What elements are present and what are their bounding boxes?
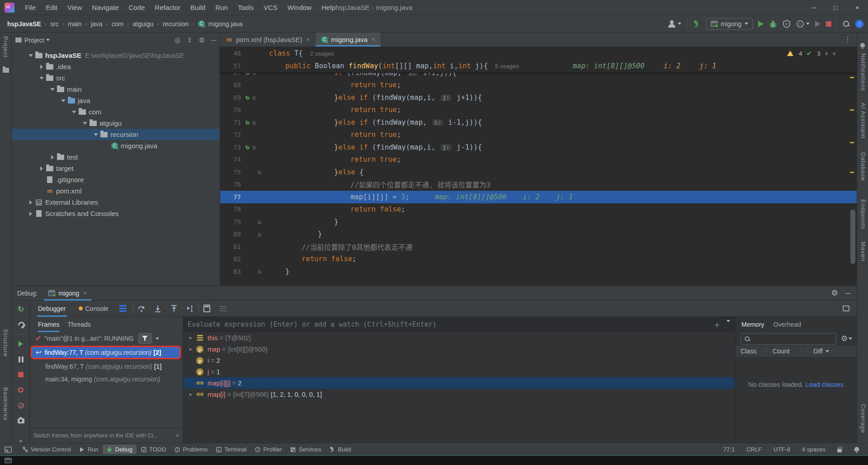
code-line[interactable]: 80⌂} [220, 228, 857, 241]
tree-item-src[interactable]: src [12, 72, 220, 84]
code-line[interactable]: 83⌂} [220, 265, 857, 278]
rerun-button[interactable]: ↻ [12, 302, 30, 316]
code-line[interactable]: 67↻⌂if (findWay(map, i: i+1,j)){ [220, 72, 857, 79]
maximize-button[interactable]: □ [825, 0, 846, 15]
collapse-all-icon[interactable]: ⇳ [187, 36, 193, 44]
tree-item-pomxml[interactable]: mpom.xml [12, 185, 220, 197]
stripe-structure[interactable]: Structure [2, 329, 9, 357]
variable-row-j[interactable]: pj = 1 [183, 366, 735, 377]
tab-memory[interactable]: Memory [741, 321, 764, 328]
code-line[interactable]: 81//当前位置除了0其他都代表走不通 [220, 240, 857, 253]
tab-debugger[interactable]: Debugger [33, 301, 71, 317]
breadcrumb-atguigu[interactable]: atguigu [132, 20, 155, 28]
code-line[interactable]: 69↻⌂}else if (findWay(map,i, j: j+1)){ [220, 91, 857, 104]
menu-view[interactable]: View [62, 0, 87, 15]
line-separator[interactable]: CRLF [746, 446, 762, 453]
tab-overhead[interactable]: Overhead [774, 321, 801, 328]
menu-run[interactable]: Run [210, 0, 233, 15]
tree-item-scratches[interactable]: Scratches and Consoles [12, 208, 220, 219]
notifications-bell-icon[interactable] [854, 446, 860, 453]
error-stripe-mark[interactable] [850, 77, 854, 78]
usages-hint[interactable]: 2 usages [310, 50, 334, 57]
gutter-marker-icon[interactable]: ⌂ [258, 219, 261, 225]
tree-item-com[interactable]: com [12, 106, 220, 117]
inspections-widget[interactable]: 4 ✔3 ∧ ∨ [787, 50, 836, 57]
tree-item-idea[interactable]: .idea [12, 61, 220, 72]
load-classes-link[interactable]: Load classes [805, 381, 844, 388]
column-class[interactable]: Class [735, 348, 767, 355]
gear-icon[interactable]: ⚙ [831, 289, 838, 297]
tree-item-migong[interactable]: Cmigong.java [12, 140, 220, 151]
caret-position[interactable]: 77:1 [723, 446, 735, 453]
run-disabled-button[interactable] [815, 21, 821, 27]
error-stripe-mark[interactable] [850, 142, 854, 143]
gutter-marker-icon[interactable]: ⌂ [252, 94, 256, 100]
thread-dump-button[interactable] [12, 414, 30, 427]
close-button[interactable]: × [846, 0, 868, 15]
read-only-lock-icon[interactable] [837, 449, 842, 452]
stripe-endpoints[interactable]: Endpoints [860, 199, 867, 230]
close-icon[interactable]: × [176, 432, 179, 439]
gutter-marker-icon[interactable]: ⌂ [252, 72, 256, 75]
next-issue-icon[interactable]: ∨ [832, 51, 836, 56]
status-debug[interactable]: Debug [103, 445, 137, 454]
column-diff[interactable]: Diff [807, 348, 829, 355]
breadcrumb-file[interactable]: migong.java [208, 20, 244, 28]
gutter-marker-icon[interactable]: ⌂ [258, 169, 261, 175]
breadcrumb-main[interactable]: main [67, 20, 82, 28]
tree-item-java[interactable]: java [12, 95, 220, 106]
gutter-marker-icon[interactable]: ⌂ [252, 119, 256, 125]
mute-breakpoints-button[interactable] [12, 399, 30, 412]
settings-wrench-icon[interactable] [12, 318, 30, 331]
stripe-bookmarks[interactable]: Bookmarks [2, 387, 9, 421]
code-line[interactable]: 72return true; [220, 129, 857, 141]
memory-search-input[interactable] [741, 333, 836, 345]
watch-row-selected[interactable]: map[i][j] = 2 [183, 377, 735, 389]
current-execution-line[interactable]: 77map[i][j] = 3;map: int[8][]@500i: 2j: … [220, 191, 857, 203]
filter-funnel-button[interactable] [138, 333, 152, 344]
taskbar-app-icon[interactable] [5, 458, 12, 463]
breadcrumb-com[interactable]: com [111, 20, 124, 28]
evaluate-expression-icon[interactable] [203, 305, 210, 312]
gutter-marker-icon[interactable]: ⌂ [252, 144, 256, 150]
debug-session-tab[interactable]: migong × [44, 286, 91, 301]
frame-row-current[interactable]: ↩ findWay:77, T (com.atguigu.recursion) … [31, 346, 181, 359]
stripe-notifications[interactable]: Notifications [860, 53, 867, 91]
resume-button[interactable] [12, 337, 30, 351]
error-stripe-mark[interactable] [850, 109, 854, 111]
view-breakpoints-button[interactable] [12, 383, 30, 397]
run-to-cursor-icon[interactable] [186, 305, 194, 312]
sticky-line-57[interactable]: 57 public Boolean findWay(int[][] map,in… [220, 60, 857, 72]
stripe-coverage[interactable]: Coverage [860, 404, 867, 433]
recursive-call-icon[interactable]: ↻ [245, 94, 250, 101]
chevron-down-icon[interactable] [849, 338, 852, 340]
update-icon[interactable]: ↑ [855, 20, 863, 28]
thread-row[interactable]: ✔ "main"@1 in g...ain": RUNNING [30, 332, 183, 345]
close-icon[interactable]: × [372, 36, 375, 43]
step-out-icon[interactable] [170, 305, 178, 312]
evaluate-expression-input[interactable]: Evaluate expression (Enter) or add a wat… [183, 317, 735, 332]
run-configuration-select[interactable]: migong [706, 18, 753, 30]
tab-frames[interactable]: Frames [38, 317, 59, 332]
status-services[interactable]: Services [286, 445, 326, 454]
code-line[interactable]: 75⌂}else { [220, 166, 857, 178]
breadcrumb-src[interactable]: src [49, 20, 60, 28]
code-line[interactable]: 74return true; [220, 154, 857, 166]
stripe-ai-assistant[interactable]: AI Assistant [860, 103, 867, 139]
recursive-call-icon[interactable]: ↻ [245, 144, 250, 150]
step-over-icon[interactable] [137, 305, 146, 312]
hide-panel-icon[interactable]: ─ [845, 289, 850, 297]
breadcrumb-project[interactable]: hspJavaSE [6, 20, 42, 28]
menu-file[interactable]: File [20, 0, 41, 15]
tab-migong-java[interactable]: Cmigong.java× [316, 33, 381, 47]
gutter-marker-icon[interactable]: ⌂ [258, 268, 261, 274]
menu-refactor[interactable]: Refactor [150, 0, 185, 15]
project-view-selector[interactable]: Project [24, 37, 44, 44]
stripe-database[interactable]: Database [860, 152, 867, 181]
indent-style[interactable]: 4 spaces [802, 446, 826, 453]
code-line[interactable]: 73↻⌂}else if (findWay(map,i, j: j-1)){ [220, 141, 857, 154]
tree-item-test[interactable]: test [12, 151, 220, 163]
stop-debug-button[interactable] [12, 368, 30, 381]
chevron-down-icon[interactable] [156, 338, 159, 340]
step-into-icon[interactable] [154, 305, 162, 312]
